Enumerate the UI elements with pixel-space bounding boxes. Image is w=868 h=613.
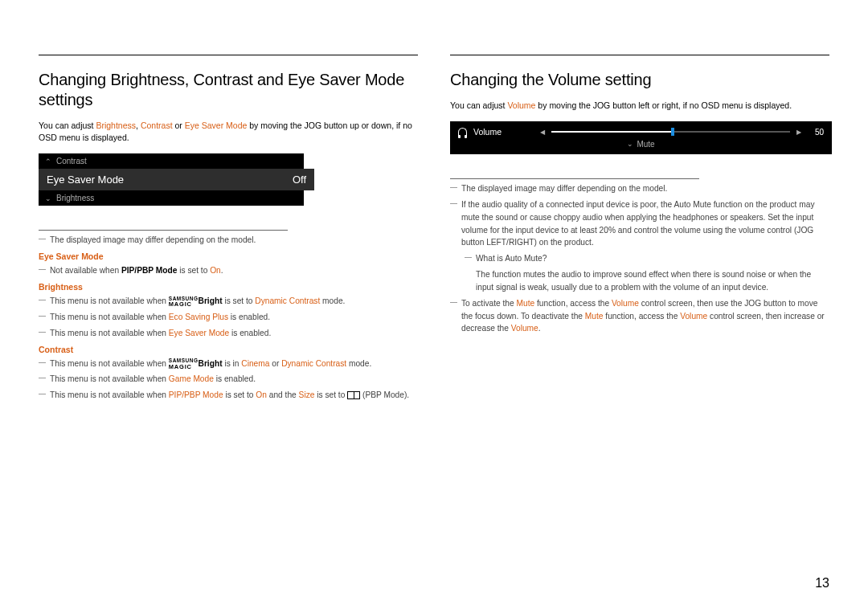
subheading: Contrast [39,345,418,354]
note-item: What is Auto Mute? [465,252,829,265]
note-item: Not available when PIP/PBP Mode is set t… [39,264,418,277]
osd-down-label: Brightness [56,194,94,202]
osd-up-label: Contrast [56,157,87,166]
triangle-left-icon: ◀ [540,129,545,136]
chevron-down-icon: ⌄ [627,140,633,149]
note-item: This menu is not available when Game Mod… [39,373,418,386]
heading-right: Changing the Volume setting [450,70,829,90]
osd-mid-value: Off [293,174,306,186]
divider [39,55,418,55]
note-item: This menu is not available when SAMSUNGM… [39,295,418,308]
chevron-down-icon: ⌄ [45,194,51,202]
disclaimer: The displayed image may differ depending… [450,182,829,195]
volume-slider: ◀ ▶ [540,129,801,136]
headphone-icon [458,128,467,137]
note-item: This menu is not available when PIP/PBP … [39,389,418,402]
subheading: Eye Saver Mode [39,251,418,261]
note-item: The function mutes the audio to improve … [450,268,829,294]
divider [450,55,829,55]
page-number: 13 [815,576,829,591]
triangle-right-icon: ▶ [796,129,801,136]
left-column: Changing Brightness, Contrast and Eye Sa… [39,55,418,405]
divider [450,178,699,179]
divider [39,230,288,231]
volume-value: 50 [808,128,824,137]
note-item: This menu is not available when SAMSUNGM… [39,358,418,370]
note-item: If the audio quality of a connected inpu… [450,198,829,249]
osd-volume: Volume ◀ ▶ 50 ⌄ Mute [450,121,832,154]
osd-mid-label: Eye Saver Mode [47,174,124,186]
mute-label: Mute [637,140,654,149]
note-item: To activate the Mute function, access th… [450,297,829,335]
note-item: This menu is not available when Eco Savi… [39,311,418,324]
chevron-up-icon: ⌃ [45,157,51,166]
note-item: This menu is not available when Eye Save… [39,327,418,340]
heading-left: Changing Brightness, Contrast and Eye Sa… [39,70,418,110]
intro-right: You can adjust Volume by moving the JOG … [450,100,829,112]
right-column: Changing the Volume setting You can adju… [450,55,829,405]
intro-left: You can adjust Brightness, Contrast or E… [39,120,418,144]
osd-eye-saver: ⌃Contrast Eye Saver Mode Off ⌄Brightness [39,153,304,206]
osd-volume-label: Volume [473,127,502,137]
pbp-icon [347,391,360,399]
subheading: Brightness [39,282,418,292]
disclaimer: The displayed image may differ depending… [39,234,418,247]
